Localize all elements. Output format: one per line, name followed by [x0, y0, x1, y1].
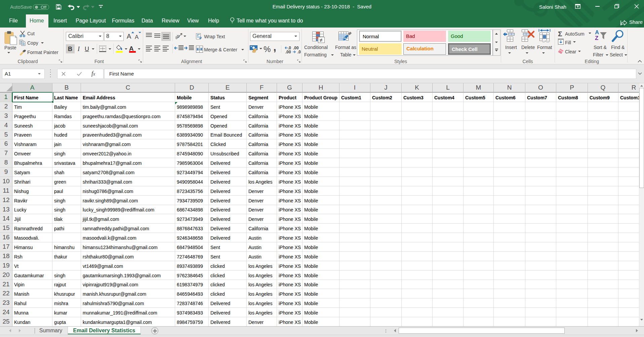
svg-text:≠: ≠: [320, 37, 323, 43]
